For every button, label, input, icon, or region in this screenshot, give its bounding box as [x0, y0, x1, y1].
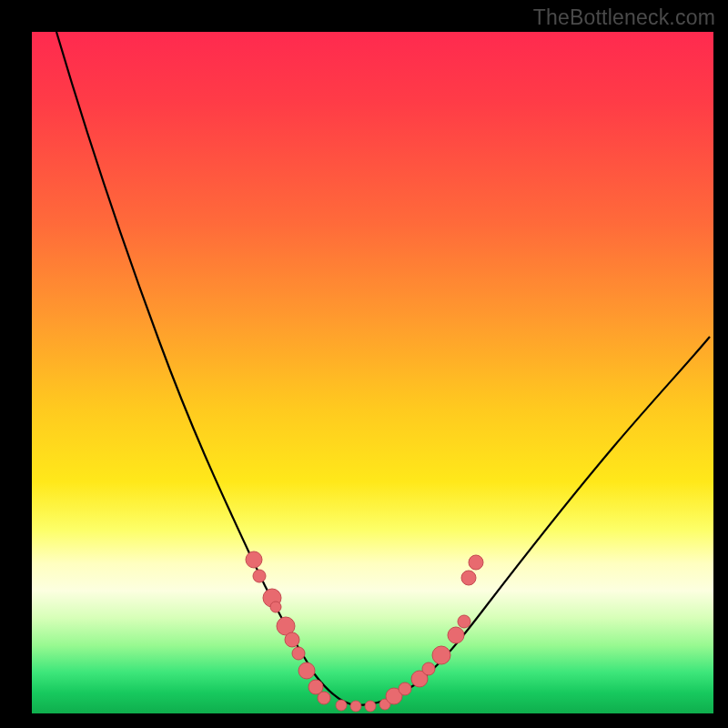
- dot: [246, 551, 262, 568]
- dot: [285, 632, 299, 647]
- dot: [292, 647, 305, 660]
- plot-area: [32, 32, 713, 713]
- dots-left-group: [246, 551, 330, 704]
- dot: [458, 615, 470, 628]
- dot: [298, 662, 315, 679]
- chart-svg: [32, 32, 713, 713]
- left-curve: [56, 32, 356, 705]
- dot: [253, 570, 266, 582]
- dot: [448, 627, 464, 643]
- dot: [270, 602, 281, 612]
- dot: [461, 571, 476, 585]
- dot: [432, 646, 450, 664]
- dot: [422, 662, 435, 675]
- dot: [399, 682, 411, 695]
- watermark-text: TheBottleneck.com: [533, 5, 715, 30]
- dot: [350, 701, 361, 712]
- dot: [469, 555, 483, 570]
- dot: [336, 700, 347, 711]
- dot: [318, 692, 330, 704]
- outer-frame: TheBottleneck.com: [0, 0, 728, 728]
- dot: [365, 701, 376, 712]
- right-curve: [356, 337, 710, 705]
